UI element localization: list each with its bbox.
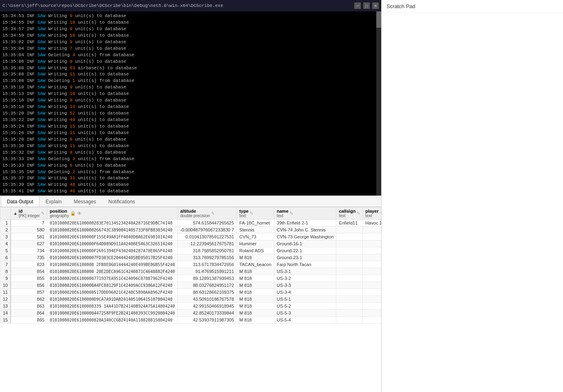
terminal-line: 15:35:22 INF SAW Writing 49 unit(s) to d… xyxy=(2,117,379,123)
col-id-name: id xyxy=(19,209,40,214)
edit-icon-id[interactable]: ✎ xyxy=(41,211,44,216)
lock-icon[interactable]: 🔒 xyxy=(70,211,76,216)
cell-altitude: 318.7685852050781 xyxy=(177,247,236,254)
table-row[interactable]: 8 854 0101000020E6100000 20E2DECA961C424… xyxy=(0,268,382,275)
cell-type: Stennis xyxy=(237,227,274,233)
table-row[interactable]: 2 580 0101000020E6100000266743C389004140… xyxy=(0,227,382,233)
edit-icon-player[interactable]: ✎ xyxy=(380,211,381,216)
table-row[interactable]: 6 735 0101000020E61000007FD303CE20444240… xyxy=(0,254,382,261)
cell-position: 0101000020E6100000339 34A41D7B24140B924A… xyxy=(47,303,177,310)
cell-position: 0101000020E6100000447258F9FE2B241408393C… xyxy=(47,310,177,317)
cell-name: Ground-23-1 xyxy=(274,254,336,261)
row-number: 12 xyxy=(0,296,11,303)
edit-icon-altitude[interactable]: ✎ xyxy=(211,211,214,216)
cell-position: 0101000020E6100000517DDD96821C4240C5890A… xyxy=(47,289,177,296)
edit-icon-type[interactable]: ✎ xyxy=(250,211,253,216)
cell-name: US-5-3 xyxy=(274,310,336,317)
row-number: 9 xyxy=(0,275,11,282)
col-player-type: text xyxy=(365,214,378,218)
cell-player xyxy=(363,275,381,282)
cell-type: Hummer xyxy=(237,240,274,247)
edit-icon-name[interactable]: ✎ xyxy=(290,211,293,216)
terminal-line: 15:35:33 INF SAW Deleting 3 unit(s) from… xyxy=(2,156,379,163)
cell-type: M 818 xyxy=(237,275,274,282)
terminal-scrollbar[interactable] xyxy=(376,11,381,196)
terminal-content: 15:34:53 INF SAW Writing 9 unit(s) to da… xyxy=(0,11,381,196)
cell-callsign xyxy=(336,296,363,303)
tab-messages[interactable]: Messages xyxy=(68,196,102,207)
left-panel: C:\Users\jeff\source\repos\DCScribe\DCSc… xyxy=(0,0,381,392)
table-row[interactable]: 9 855 0101000020E6100000771937EA951C4240… xyxy=(0,275,382,282)
th-altitude: altitude double precision ✎ xyxy=(177,207,236,220)
table-row[interactable]: 12 862 0101000020E6100000D9CA7A91DAB2414… xyxy=(0,296,382,303)
tab-explain[interactable]: Explain xyxy=(40,196,68,207)
cell-name: Farp North Tacan xyxy=(274,261,336,268)
th-type: type text ✎ xyxy=(237,207,274,220)
maximize-button[interactable]: □ xyxy=(363,2,370,9)
scratch-pad-content[interactable] xyxy=(382,13,563,392)
cell-id: 862 xyxy=(11,296,47,303)
cell-callsign: Enfield11 xyxy=(336,220,363,227)
data-table: ▲ id [PK] integer ✎ position xyxy=(0,207,381,324)
cell-type: CVN_73 xyxy=(237,233,274,240)
cell-altitude: -0.000487976067233830 7 xyxy=(177,227,236,233)
table-row[interactable]: 11 857 0101000020E6100000517DDD96821C424… xyxy=(0,289,382,296)
cell-callsign xyxy=(336,317,363,324)
table-row[interactable]: 3 581 0101000020E6100000F155E49A81FF4040… xyxy=(0,233,382,240)
table-body: 1 7 0101000020E6100000283E701345234240A2… xyxy=(0,220,382,324)
cell-player: Havoc 1-1 xyxy=(363,220,381,227)
cell-altitude: 88.03276824951172 xyxy=(177,282,236,289)
cell-altitude: 574.6158447265625 xyxy=(177,220,236,227)
cell-id: 865 xyxy=(11,317,47,324)
cell-altitude: 91.4769515991211 xyxy=(177,268,236,275)
table-row[interactable]: 1 7 0101000020E6100000283E701345234240A2… xyxy=(0,220,382,227)
minimize-button[interactable]: ─ xyxy=(354,2,361,9)
th-rownum xyxy=(0,207,11,220)
col-name-type: text xyxy=(277,214,289,218)
edit-icon-callsign[interactable]: ✎ xyxy=(357,211,360,216)
col-id-type: [PK] integer xyxy=(19,214,40,218)
cell-name: US-5-2 xyxy=(274,303,336,310)
cell-id: 854 xyxy=(11,268,47,275)
terminal-line: 15:35:37 INF SAW Writing 31 unit(s) to d… xyxy=(2,175,379,182)
terminal-line: 15:35:13 INF SAW Writing 10 unit(s) to d… xyxy=(2,91,379,97)
close-button[interactable]: ✕ xyxy=(372,2,379,9)
cell-position: 0101000020E6100000F155E49A81FF4040DBA62E… xyxy=(47,233,177,240)
terminal-line: 15:35:26 INF SAW Writing 11 unit(s) to d… xyxy=(2,130,379,137)
table-row[interactable]: 10 856 0101000020E6100000A4FC88129F1C424… xyxy=(0,282,382,289)
row-number: 14 xyxy=(0,310,11,317)
table-row[interactable]: 5 734 0101000020E6100000F2691394EF434240… xyxy=(0,247,382,254)
terminal-line: 15:35:33 INF SAW Writing 6 unit(s) to da… xyxy=(2,163,379,169)
table-row[interactable]: 4 627 0101000020E6100000F64D089D911A4240… xyxy=(0,240,382,247)
col-type-name: type xyxy=(239,209,249,214)
terminal-line: 15:35:28 INF SAW Writing 8 unit(s) to da… xyxy=(2,137,379,143)
th-position: position geography 🔒 👁 xyxy=(47,207,177,220)
table-row[interactable]: 13 863 0101000020E6100000339 34A41D7B241… xyxy=(0,303,382,310)
cell-player xyxy=(363,247,381,254)
sort-arrow-icon: ▲ xyxy=(13,211,18,216)
cell-type: M 818 xyxy=(237,268,274,275)
cell-type: Roland ADS xyxy=(237,247,274,254)
table-row[interactable]: 15 865 0101000020E6100000828A340CC6B2414… xyxy=(0,317,382,324)
cell-altitude: 43.50910186767578 xyxy=(177,296,236,303)
cell-callsign xyxy=(336,310,363,317)
terminal-line: 15:35:08 INF SAW Writing 11 unit(s) to d… xyxy=(2,71,379,78)
cell-callsign xyxy=(336,227,363,233)
col-callsign-type: text xyxy=(339,214,355,218)
cell-id: 580 xyxy=(11,227,47,233)
cell-altitude: 42.99150466918945 xyxy=(177,303,236,310)
terminal-line: 15:35:10 INF SAW Writing 9 unit(s) to da… xyxy=(2,84,379,91)
tab-notifications[interactable]: Notifications xyxy=(102,196,141,207)
tab-data-output[interactable]: Data Output xyxy=(1,196,40,207)
cell-player xyxy=(363,268,381,275)
terminal-line: 15:34:59 INF SAW Writing 10 unit(s) to d… xyxy=(2,33,379,39)
cell-type: M 818 xyxy=(237,310,274,317)
cell-name: Ground-22-1 xyxy=(274,247,336,254)
cell-id: 823 xyxy=(11,261,47,268)
table-row[interactable]: 14 864 0101000020E6100000447258F9FE2B241… xyxy=(0,310,382,317)
table-row[interactable]: 7 823 0101000020E6100000 2FB8E0601444424… xyxy=(0,261,382,268)
cell-position: 0101000020E61000007FD303CE204442405BE050… xyxy=(47,254,177,261)
terminal-title: C:\Users\jeff\source\repos\DCScribe\DCSc… xyxy=(2,3,223,8)
cell-id: 864 xyxy=(11,310,47,317)
eye-icon[interactable]: 👁 xyxy=(77,211,82,216)
